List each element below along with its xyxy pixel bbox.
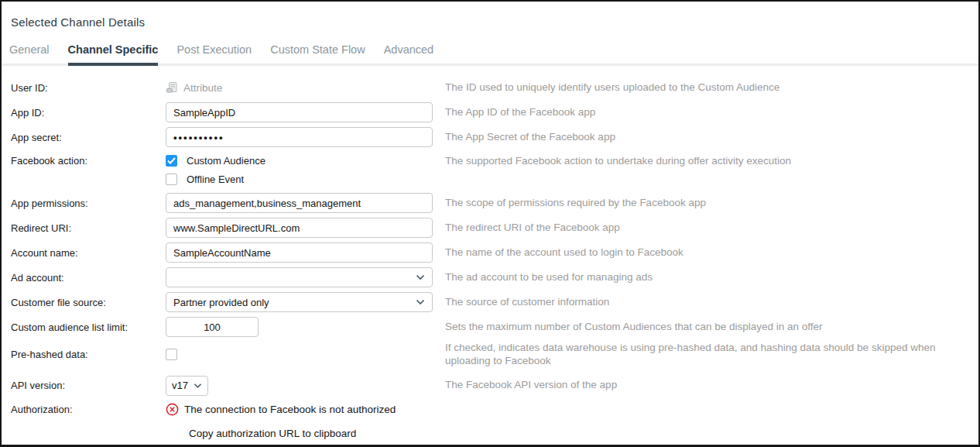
api-version-description: The Facebook API version of the app — [439, 379, 969, 392]
form-row-facebook-action: Facebook action: Custom Audience Offline… — [11, 152, 969, 188]
attribute-icon — [166, 81, 178, 94]
api-version-label: API version: — [11, 380, 166, 391]
offline-event-checkbox[interactable] — [166, 174, 177, 185]
form-row-redirect-uri: Redirect URI: The redirect URI of the Fa… — [11, 218, 969, 238]
customer-file-source-value: Partner provided only — [173, 297, 269, 308]
account-name-description: The name of the account used to login to… — [439, 246, 969, 260]
channel-specific-form: User ID: Attribute The ID used to unique… — [2, 66, 978, 447]
customer-file-source-label: Customer file source: — [11, 297, 166, 308]
custom-audience-list-limit-input[interactable] — [166, 317, 259, 337]
custom-audience-checkbox-label: Custom Audience — [187, 155, 266, 167]
account-name-label: Account name: — [11, 247, 166, 259]
api-version-value: v17 — [172, 380, 188, 391]
customer-file-source-select[interactable]: Partner provided only — [166, 292, 433, 312]
app-secret-input[interactable] — [166, 127, 433, 147]
authorization-status: The connection to Facebook is not author… — [166, 401, 969, 418]
form-row-user-id: User ID: Attribute The ID used to unique… — [11, 77, 969, 98]
pre-hashed-data-description: If checked, indicates data warehouse is … — [439, 342, 969, 368]
form-row-app-id: App ID: The App ID of the Facebook app — [11, 102, 969, 122]
selected-channel-details-panel: Selected Channel Details General Channel… — [0, 0, 980, 447]
redirect-uri-label: Redirect URI: — [11, 222, 166, 234]
app-permissions-label: App permissions: — [11, 198, 166, 209]
form-row-api-version: API version: v17 The Facebook API versio… — [11, 376, 969, 396]
tab-bar: General Channel Specific Post Execution … — [2, 43, 978, 66]
pre-hashed-data-label: Pre-hashed data: — [11, 349, 166, 360]
error-icon — [166, 403, 179, 416]
customer-file-source-description: The source of customer information — [439, 296, 969, 309]
custom-audience-list-limit-description: Sets the maximum number of Custom Audien… — [439, 321, 969, 334]
tab-custom-state-flow[interactable]: Custom State Flow — [270, 43, 365, 64]
facebook-action-label: Facebook action: — [11, 152, 166, 167]
tab-general[interactable]: General — [9, 43, 50, 64]
custom-audience-list-limit-label: Custom audience list limit: — [11, 321, 166, 333]
user-id-label: User ID: — [11, 82, 166, 94]
app-id-input[interactable] — [166, 102, 433, 122]
ad-account-select[interactable] — [166, 267, 433, 287]
account-name-input[interactable] — [166, 242, 433, 263]
pre-hashed-data-checkbox[interactable] — [166, 349, 177, 360]
app-id-description: The App ID of the Facebook app — [439, 106, 969, 119]
form-row-account-name: Account name: The name of the account us… — [11, 242, 969, 263]
redirect-uri-description: The redirect URI of the Facebook app — [439, 222, 969, 235]
form-row-pre-hashed-data: Pre-hashed data: If checked, indicates d… — [11, 342, 969, 368]
form-row-ad-account: Ad account: The ad account to be used fo… — [11, 267, 969, 287]
app-secret-description: The App Secret of the Facebook app — [439, 131, 969, 144]
form-row-custom-audience-list-limit: Custom audience list limit: Sets the max… — [11, 317, 969, 337]
chevron-down-icon — [194, 383, 202, 389]
chevron-down-icon — [416, 274, 425, 280]
app-permissions-input[interactable] — [166, 193, 433, 213]
app-secret-label: App secret: — [11, 132, 166, 143]
ad-account-label: Ad account: — [11, 272, 166, 284]
ad-account-description: The ad account to be used for managing a… — [439, 271, 969, 284]
offline-event-checkbox-label: Offline Event — [187, 174, 244, 185]
form-row-app-permissions: App permissions: The scope of permission… — [11, 193, 969, 213]
redirect-uri-input[interactable] — [166, 218, 433, 238]
api-version-select[interactable]: v17 — [166, 376, 208, 396]
facebook-action-description: The supported Facebook action to underta… — [439, 152, 969, 168]
app-id-label: App ID: — [11, 107, 166, 119]
authorization-status-text: The connection to Facebook is not author… — [184, 404, 396, 415]
copy-authorization-url-link[interactable]: Copy authorization URL to clipboard — [189, 428, 969, 439]
custom-audience-checkbox[interactable] — [166, 155, 177, 167]
authorization-label: Authorization: — [11, 401, 166, 415]
page-title: Selected Channel Details — [2, 2, 978, 29]
chevron-down-icon — [416, 299, 425, 305]
app-permissions-description: The scope of permissions required by the… — [439, 197, 969, 210]
form-row-customer-file-source: Customer file source: Partner provided o… — [11, 292, 969, 312]
form-row-authorization: Authorization: The connection to Faceboo… — [11, 401, 969, 447]
user-id-value: Attribute — [183, 82, 222, 94]
user-id-description: The ID used to uniquely identify users u… — [439, 81, 969, 95]
tab-advanced[interactable]: Advanced — [384, 43, 434, 64]
tab-post-execution[interactable]: Post Execution — [176, 43, 252, 64]
tab-channel-specific[interactable]: Channel Specific — [68, 43, 159, 66]
form-row-app-secret: App secret: The App Secret of the Facebo… — [11, 127, 969, 147]
user-id-attribute-picker[interactable]: Attribute — [166, 81, 439, 94]
